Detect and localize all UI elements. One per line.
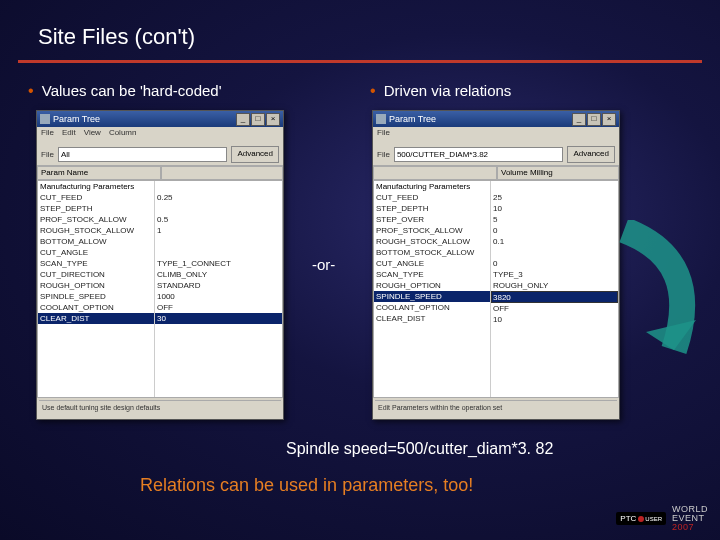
app-icon	[376, 114, 386, 124]
param-value[interactable]	[155, 236, 282, 247]
param-value[interactable]: TYPE_3	[491, 269, 618, 280]
param-value[interactable]	[155, 203, 282, 214]
param-value[interactable]: 0.1	[491, 236, 618, 247]
event-logo: PTCUSER WORLD EVENT 2007	[616, 505, 708, 532]
param-name[interactable]: ROUGH_OPTION	[374, 280, 490, 291]
col1-header[interactable]: Param Name	[37, 166, 161, 180]
param-value[interactable]	[155, 181, 282, 192]
param-value[interactable]: ROUGH_ONLY	[491, 280, 618, 291]
param-name[interactable]: CUT_FEED	[38, 192, 154, 203]
param-name[interactable]: COOLANT_OPTION	[374, 302, 490, 313]
param-tree[interactable]: Manufacturing Parameters CUT_FEED STEP_D…	[37, 180, 283, 398]
formula-text: Spindle speed=500/cutter_diam*3. 82	[286, 440, 553, 458]
param-tree-window-right: Param Tree _ □ × File File 500/CUTTER_DI…	[372, 110, 620, 420]
param-value[interactable]: TYPE_1_CONNECT	[155, 258, 282, 269]
param-name[interactable]: SCAN_TYPE	[38, 258, 154, 269]
param-name[interactable]: PROF_STOCK_ALLOW	[374, 225, 490, 236]
advanced-button[interactable]: Advanced	[567, 146, 615, 163]
param-name[interactable]: CUT_ANGLE	[374, 258, 490, 269]
column-headers: Volume Milling	[373, 166, 619, 180]
param-name[interactable]: STEP_DEPTH	[374, 203, 490, 214]
maximize-icon[interactable]: □	[587, 113, 601, 126]
param-value[interactable]: 0	[491, 258, 618, 269]
slide-title: Site Files (con't)	[38, 24, 195, 50]
param-name[interactable]: ROUGH_STOCK_ALLOW	[38, 225, 154, 236]
window-title: Param Tree	[53, 114, 100, 124]
window-titlebar[interactable]: Param Tree _ □ ×	[373, 111, 619, 127]
param-value[interactable]	[155, 247, 282, 258]
bullet-hardcoded: • Values can be 'hard-coded'	[28, 82, 222, 100]
col2-header[interactable]	[161, 166, 283, 180]
menu-file[interactable]: File	[41, 128, 54, 142]
param-name[interactable]: COOLANT_OPTION	[38, 302, 154, 313]
bullet-right-text: Driven via relations	[384, 82, 512, 99]
relation-input[interactable]: 500/CUTTER_DIAM*3.82	[394, 147, 564, 162]
param-value[interactable]: OFF	[155, 302, 282, 313]
status-bar: Edit Parameters within the operation set	[375, 400, 617, 417]
param-value[interactable]: 10	[491, 314, 618, 325]
param-name[interactable]: CUT_DIRECTION	[38, 269, 154, 280]
param-value[interactable]: 1	[155, 225, 282, 236]
param-value[interactable]: 0.25	[155, 192, 282, 203]
menu-view[interactable]: View	[84, 128, 101, 142]
bullet-relations: • Driven via relations	[370, 82, 511, 100]
param-name[interactable]: CLEAR_DIST	[374, 313, 490, 324]
menubar[interactable]: File Edit View Column	[37, 127, 283, 143]
menu-edit[interactable]: Edit	[62, 128, 76, 142]
param-value[interactable]: STANDARD	[155, 280, 282, 291]
param-name[interactable]: SPINDLE_SPEED	[38, 291, 154, 302]
bullet-icon: •	[370, 82, 376, 99]
menu-file[interactable]: File	[377, 128, 390, 142]
param-name[interactable]: BOTTOM_ALLOW	[38, 236, 154, 247]
param-name[interactable]: SPINDLE_SPEED	[374, 291, 490, 302]
param-value[interactable]: 30	[155, 313, 282, 324]
toolbar: File All Advanced	[37, 143, 283, 166]
param-value[interactable]: 3820	[491, 291, 618, 303]
param-name[interactable]: ROUGH_STOCK_ALLOW	[374, 236, 490, 247]
param-name[interactable]: SCAN_TYPE	[374, 269, 490, 280]
bullet-icon: •	[28, 82, 34, 99]
param-name[interactable]: ROUGH_OPTION	[38, 280, 154, 291]
filter-input[interactable]: All	[58, 147, 228, 162]
param-value[interactable]: 0.5	[155, 214, 282, 225]
param-value[interactable]: CLIMB_ONLY	[155, 269, 282, 280]
minimize-icon[interactable]: _	[236, 113, 250, 126]
or-label: -or-	[312, 256, 335, 273]
title-underline	[18, 60, 702, 63]
param-value[interactable]	[491, 181, 618, 192]
menu-column[interactable]: Column	[109, 128, 137, 142]
param-name[interactable]: PROF_STOCK_ALLOW	[38, 214, 154, 225]
param-name[interactable]: STEP_OVER	[374, 214, 490, 225]
param-value[interactable]: 25	[491, 192, 618, 203]
ptc-logo: PTCUSER	[616, 512, 666, 525]
param-value[interactable]: 5	[491, 214, 618, 225]
param-name[interactable]: Manufacturing Parameters	[374, 181, 490, 192]
param-value[interactable]: 10	[491, 203, 618, 214]
param-tree[interactable]: Manufacturing Parameters CUT_FEED STEP_D…	[373, 180, 619, 398]
param-value[interactable]: 0	[491, 225, 618, 236]
param-name[interactable]: STEP_DEPTH	[38, 203, 154, 214]
close-icon[interactable]: ×	[602, 113, 616, 126]
param-name[interactable]: CLEAR_DIST	[38, 313, 154, 324]
col1-header[interactable]	[373, 166, 497, 180]
col2-header[interactable]: Volume Milling	[497, 166, 619, 180]
param-name[interactable]: Manufacturing Parameters	[38, 181, 154, 192]
param-tree-window-left: Param Tree _ □ × File Edit View Column F…	[36, 110, 284, 420]
minimize-icon[interactable]: _	[572, 113, 586, 126]
maximize-icon[interactable]: □	[251, 113, 265, 126]
advanced-button[interactable]: Advanced	[231, 146, 279, 163]
param-value[interactable]: 1000	[155, 291, 282, 302]
param-name[interactable]: CUT_FEED	[374, 192, 490, 203]
window-titlebar[interactable]: Param Tree _ □ ×	[37, 111, 283, 127]
toolbar-label: File	[41, 150, 54, 159]
bullet-left-text: Values can be 'hard-coded'	[42, 82, 222, 99]
param-value[interactable]: OFF	[491, 303, 618, 314]
close-icon[interactable]: ×	[266, 113, 280, 126]
curved-arrow-icon	[604, 220, 714, 360]
param-value[interactable]	[491, 247, 618, 258]
menubar[interactable]: File	[373, 127, 619, 143]
param-name[interactable]: BOTTOM_STOCK_ALLOW	[374, 247, 490, 258]
param-name[interactable]: CUT_ANGLE	[38, 247, 154, 258]
toolbar: File 500/CUTTER_DIAM*3.82 Advanced	[373, 143, 619, 166]
window-title: Param Tree	[389, 114, 436, 124]
